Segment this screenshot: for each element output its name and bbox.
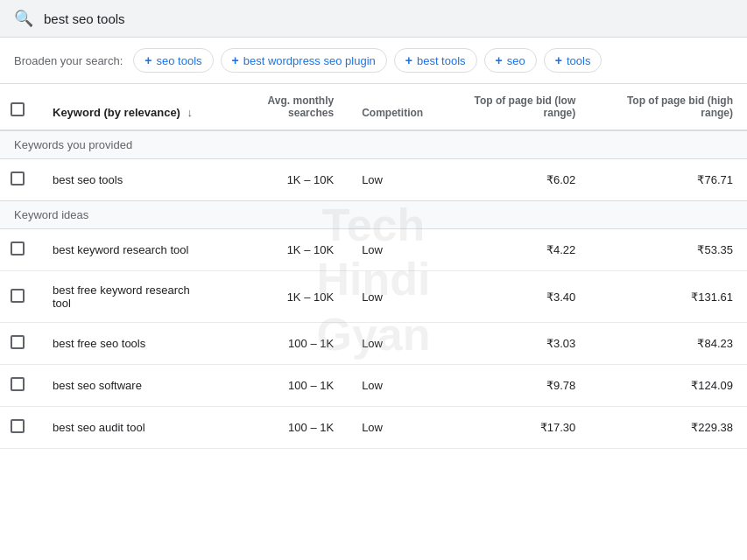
search-query: best seo tools	[44, 11, 125, 26]
table-row: best seo audit tool 100 – 1K Low ₹17.30 …	[0, 407, 747, 449]
table-row: best free seo tools 100 – 1K Low ₹3.03 ₹…	[0, 323, 747, 365]
table-row: best seo software 100 – 1K Low ₹9.78 ₹12…	[0, 365, 747, 407]
chip-plus-icon: +	[405, 53, 412, 67]
section-ideas-label: Keyword ideas	[0, 201, 747, 229]
row-checkbox-cell	[0, 323, 39, 365]
competition-cell: Low	[348, 407, 437, 449]
row-checkbox[interactable]	[11, 335, 25, 349]
search-bar: 🔍 best seo tools	[0, 0, 747, 38]
header-checkbox-cell	[0, 84, 39, 130]
sort-arrow-icon: ↓	[187, 106, 194, 119]
chip-plus-icon: +	[555, 53, 562, 67]
chip-best-wp[interactable]: + best wordpress seo plugin	[221, 48, 387, 73]
bid-low-cell: ₹9.78	[437, 365, 589, 407]
row-checkbox-cell	[0, 365, 39, 407]
table-row: best keyword research tool 1K – 10K Low …	[0, 229, 747, 271]
competition-cell: Low	[348, 365, 437, 407]
select-all-checkbox[interactable]	[11, 102, 25, 116]
bid-low-cell: ₹3.40	[437, 271, 589, 323]
keyword-cell: best free keyword research tool	[39, 271, 214, 323]
table-row: best free keyword research tool 1K – 10K…	[0, 271, 747, 323]
row-checkbox[interactable]	[11, 242, 25, 256]
chip-plus-icon: +	[232, 53, 239, 67]
chip-seo-tools-label: seo tools	[156, 54, 201, 67]
row-checkbox-cell	[0, 271, 39, 323]
row-checkbox-cell	[0, 407, 39, 449]
bid-low-cell: ₹3.03	[437, 323, 589, 365]
table-body: Keywords you provided best seo tools 1K …	[0, 130, 747, 449]
keyword-col-label: Keyword (by relevance)	[53, 106, 180, 119]
chip-seo[interactable]: + seo	[484, 48, 537, 73]
row-checkbox[interactable]	[11, 172, 25, 186]
avg-searches-cell: 1K – 10K	[214, 271, 349, 323]
competition-cell: Low	[348, 159, 437, 201]
chip-best-tools[interactable]: + best tools	[394, 48, 477, 73]
row-checkbox[interactable]	[11, 289, 25, 303]
avg-searches-cell: 1K – 10K	[214, 229, 349, 271]
chip-tools[interactable]: + tools	[544, 48, 603, 73]
table-row: best seo tools 1K – 10K Low ₹6.02 ₹76.71	[0, 159, 747, 201]
bid-high-cell: ₹124.09	[589, 365, 747, 407]
avg-searches-col-header: Avg. monthly searches	[214, 84, 349, 130]
keyword-table-container: Keyword (by relevance) ↓ Avg. monthly se…	[0, 84, 747, 449]
bid-low-cell: ₹6.02	[437, 159, 589, 201]
section-provided-label: Keywords you provided	[0, 130, 747, 159]
keyword-cell: best keyword research tool	[39, 229, 214, 271]
row-checkbox-cell	[0, 229, 39, 271]
bid-low-col-header: Top of page bid (low range)	[437, 84, 589, 130]
competition-cell: Low	[348, 229, 437, 271]
chip-plus-icon: +	[496, 53, 503, 67]
competition-cell: Low	[348, 323, 437, 365]
keyword-cell: best seo tools	[39, 159, 214, 201]
broaden-label: Broaden your search:	[14, 54, 123, 67]
bid-high-cell: ₹84.23	[589, 323, 747, 365]
competition-col-header: Competition	[348, 84, 437, 130]
bid-low-cell: ₹17.30	[437, 407, 589, 449]
avg-searches-cell: 1K – 10K	[214, 159, 349, 201]
bid-high-cell: ₹131.61	[589, 271, 747, 323]
chip-plus-icon: +	[144, 53, 152, 67]
chip-best-tools-label: best tools	[417, 54, 466, 67]
avg-searches-cell: 100 – 1K	[214, 365, 349, 407]
row-checkbox-cell	[0, 159, 39, 201]
section-ideas-header: Keyword ideas	[0, 201, 747, 229]
chip-seo-tools[interactable]: + seo tools	[133, 48, 213, 73]
keyword-table: Keyword (by relevance) ↓ Avg. monthly se…	[0, 84, 747, 449]
bid-low-cell: ₹4.22	[437, 229, 589, 271]
keyword-col-header[interactable]: Keyword (by relevance) ↓	[39, 84, 214, 130]
search-icon: 🔍	[14, 9, 33, 28]
bid-high-cell: ₹229.38	[589, 407, 747, 449]
chip-seo-label: seo	[507, 54, 525, 67]
avg-searches-cell: 100 – 1K	[214, 407, 349, 449]
bid-high-cell: ₹53.35	[589, 229, 747, 271]
bid-high-cell: ₹76.71	[589, 159, 747, 201]
chip-tools-label: tools	[567, 54, 590, 67]
keyword-cell: best seo audit tool	[39, 407, 214, 449]
broaden-bar: Broaden your search: + seo tools + best …	[0, 38, 747, 84]
keyword-cell: best seo software	[39, 365, 214, 407]
row-checkbox[interactable]	[11, 419, 25, 433]
keyword-cell: best free seo tools	[39, 323, 214, 365]
bid-high-col-header: Top of page bid (high range)	[589, 84, 747, 130]
row-checkbox[interactable]	[11, 377, 25, 391]
competition-cell: Low	[348, 271, 437, 323]
section-provided-header: Keywords you provided	[0, 130, 747, 159]
chip-best-wp-label: best wordpress seo plugin	[243, 54, 376, 67]
avg-searches-cell: 100 – 1K	[214, 323, 349, 365]
